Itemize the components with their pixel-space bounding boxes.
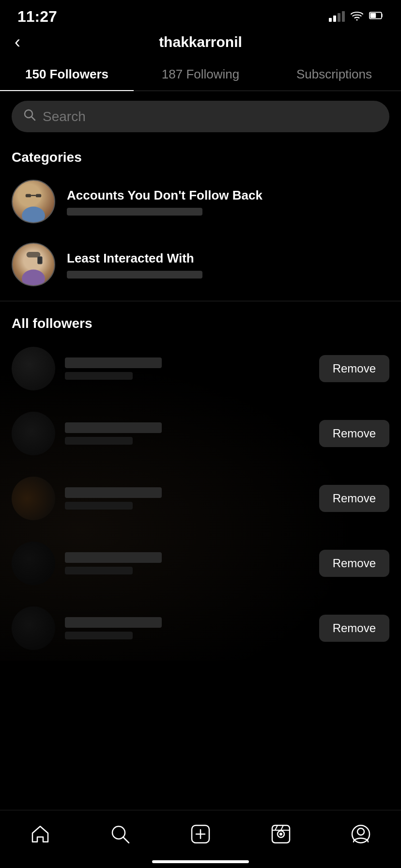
follower-row: Remove (12, 401, 389, 466)
category-dont-follow-back[interactable]: Accounts You Don't Follow Back (0, 170, 401, 233)
svg-line-23 (275, 825, 278, 830)
follower-row: Remove (12, 531, 389, 596)
svg-point-26 (357, 828, 364, 835)
search-input[interactable] (43, 109, 378, 124)
followers-list: Remove Remove Remove (12, 336, 389, 661)
home-indicator (152, 860, 249, 863)
nav-add[interactable] (186, 820, 215, 849)
remove-button[interactable]: Remove (319, 355, 389, 382)
back-button[interactable]: ‹ (15, 32, 20, 52)
svg-line-24 (281, 825, 283, 830)
remove-button[interactable]: Remove (319, 615, 389, 642)
status-icons (329, 10, 384, 23)
svg-point-6 (22, 206, 45, 222)
remove-button[interactable]: Remove (319, 420, 389, 447)
signal-icon (329, 11, 345, 22)
category-least-interacted[interactable]: Least Interacted With (0, 233, 401, 296)
nav-search[interactable] (106, 820, 135, 849)
status-time: 11:27 (17, 8, 57, 26)
search-container (0, 91, 401, 142)
category-info-1: Accounts You Don't Follow Back (67, 188, 389, 216)
search-nav-icon (109, 823, 131, 845)
svg-line-4 (31, 117, 35, 120)
nav-reels[interactable] (266, 820, 295, 849)
follower-avatar (12, 542, 55, 585)
header: ‹ thakkarronil (0, 29, 401, 58)
category-sub-1 (67, 208, 202, 216)
reels-icon (270, 823, 292, 845)
follower-avatar (12, 606, 55, 650)
category-name-2: Least Interacted With (67, 251, 389, 266)
home-icon (30, 823, 51, 845)
category-info-2: Least Interacted With (67, 251, 389, 279)
all-followers-title: All followers (12, 316, 389, 336)
category-avatar-1 (12, 180, 55, 223)
remove-button[interactable]: Remove (319, 550, 389, 577)
bottom-nav (0, 810, 401, 868)
follower-avatar (12, 347, 55, 390)
svg-point-21 (280, 833, 282, 835)
all-followers-section: All followers Remove Remove (0, 306, 401, 666)
remove-button[interactable]: Remove (319, 485, 389, 512)
search-box (12, 101, 389, 132)
follower-row: Remove (12, 336, 389, 401)
battery-icon (369, 10, 384, 23)
categories-title: Categories (0, 142, 401, 170)
follower-info (65, 357, 309, 380)
nav-home[interactable] (26, 820, 55, 849)
tab-following[interactable]: 187 Following (134, 58, 267, 91)
divider (0, 301, 401, 301)
svg-point-11 (22, 269, 45, 285)
wifi-icon (350, 10, 364, 23)
follower-info (65, 487, 309, 510)
tab-subscriptions[interactable]: Subscriptions (267, 58, 401, 91)
svg-rect-7 (26, 194, 31, 198)
search-icon (23, 108, 36, 124)
follower-info (65, 422, 309, 445)
nav-profile[interactable] (346, 820, 375, 849)
main-content: Categories Accounts You Don't Follow Bac… (0, 91, 401, 728)
tabs: 150 Followers 187 Following Subscription… (0, 58, 401, 91)
svg-point-0 (356, 19, 358, 21)
follower-row: Remove (12, 466, 389, 531)
svg-rect-13 (38, 257, 43, 264)
svg-line-15 (123, 837, 129, 843)
svg-rect-2 (370, 13, 376, 18)
follower-avatar (12, 477, 55, 520)
follower-row: Remove (12, 596, 389, 661)
category-sub-2 (67, 271, 202, 279)
status-bar: 11:27 (0, 0, 401, 29)
tab-followers[interactable]: 150 Followers (0, 58, 134, 91)
follower-info (65, 617, 309, 639)
category-avatar-2 (12, 243, 55, 286)
category-name-1: Accounts You Don't Follow Back (67, 188, 389, 203)
page-title: thakkarronil (159, 34, 242, 50)
svg-rect-8 (36, 194, 41, 198)
profile-icon (350, 823, 371, 845)
add-icon (190, 823, 211, 845)
follower-avatar (12, 412, 55, 455)
follower-info (65, 552, 309, 574)
